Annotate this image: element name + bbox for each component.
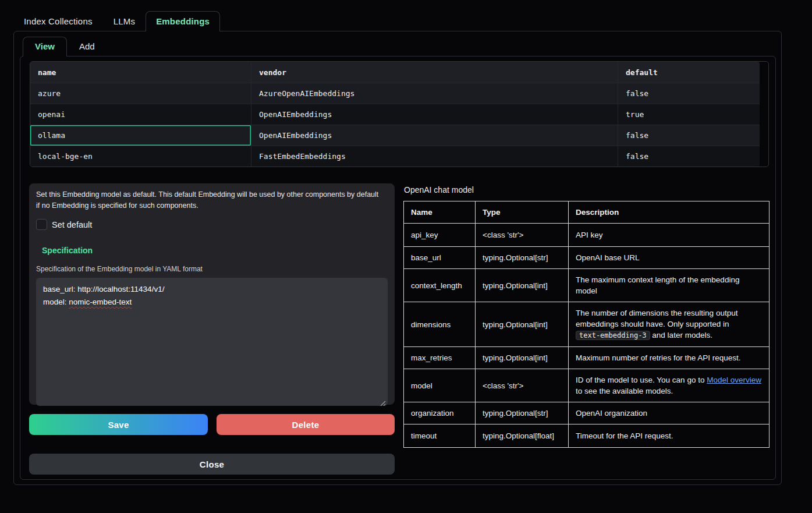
cell-vendor-local-bge-en[interactable]: FastEmbedEmbeddings: [251, 146, 618, 167]
specification-heading: Specification: [42, 246, 388, 255]
tab-llms[interactable]: LLMs: [103, 11, 146, 31]
docs-row-organization: organizationtyping.Optional[str]OpenAI o…: [404, 402, 770, 424]
cell-vendor-openai[interactable]: OpenAIEmbeddings: [251, 104, 618, 125]
app-root: Index Collections LLMs Embeddings View A…: [0, 0, 812, 513]
docs-cell-name: organization: [404, 402, 476, 424]
top-tab-bar: Index Collections LLMs Embeddings: [13, 11, 220, 31]
docs-cell-type: typing.Optional[int]: [476, 347, 569, 369]
docs-header-description: Description: [569, 201, 770, 224]
column-header-vendor: vendor: [251, 62, 618, 83]
table-row-ollama: ollamaOpenAIEmbeddingsfalse: [30, 125, 760, 146]
description-text: ID of the model to use. You can go to: [576, 376, 707, 384]
docs-cell-name: context_length: [404, 269, 476, 302]
docs-row-context_length: context_lengthtyping.Optional[int]The ma…: [404, 269, 770, 302]
embeddings-panel: View Add name vendor default azureAzureO…: [13, 31, 782, 485]
docs-cell-type: typing.Optional[int]: [476, 302, 569, 347]
edit-column: Set this Embedding model as default. Thi…: [29, 183, 395, 475]
yaml-line-2: model: nomic-embed-text: [43, 296, 381, 309]
embeddings-table: name vendor default azureAzureOpenAIEmbe…: [30, 61, 769, 167]
description-text: Maximum number of retries for the API re…: [576, 353, 741, 362]
default-form-panel: Set this Embedding model as default. Thi…: [29, 183, 395, 405]
column-header-default: default: [618, 62, 760, 83]
description-text: Timeout for the API request.: [576, 431, 673, 440]
docs-cell-description: OpenAI base URL: [569, 247, 770, 269]
docs-cell-type: typing.Optional[str]: [476, 247, 569, 269]
cell-default-openai[interactable]: true: [618, 104, 760, 125]
yaml-line-1: base_url: http://localhost:11434/v1/: [43, 283, 381, 296]
cell-default-local-bge-en[interactable]: false: [618, 146, 760, 167]
set-default-checkbox[interactable]: [36, 219, 47, 230]
cell-name-local-bge-en[interactable]: local-bge-en: [30, 146, 251, 167]
description-text: and later models.: [650, 331, 712, 339]
docs-header-row: Name Type Description: [404, 201, 770, 224]
docs-row-base_url: base_urltyping.Optional[str]OpenAI base …: [404, 247, 770, 269]
default-info-text: Set this Embedding model as default. Thi…: [36, 189, 383, 211]
docs-cell-description: API key: [569, 224, 770, 247]
docs-table: Name Type Description api_key<class 'str…: [403, 201, 770, 448]
description-text: OpenAI base URL: [576, 253, 640, 262]
docs-cell-description: The maximum context length of the embedd…: [569, 269, 770, 302]
docs-row-timeout: timeouttyping.Optional[float]Timeout for…: [404, 424, 770, 448]
docs-row-model: model<class 'str'>ID of the model to use…: [404, 369, 770, 402]
embeddings-table-body: azureAzureOpenAIEmbeddingsfalseopenaiOpe…: [30, 83, 760, 167]
inline-code: text-embedding-3: [576, 331, 650, 340]
resize-handle-icon[interactable]: [380, 398, 386, 404]
misspelled-word: nomic-embed-text: [69, 298, 132, 306]
docs-cell-description: Timeout for the API request.: [569, 424, 770, 448]
description-text: The maximum context length of the embedd…: [576, 275, 739, 295]
docs-cell-type: typing.Optional[int]: [476, 269, 569, 302]
cell-default-ollama[interactable]: false: [618, 125, 760, 146]
docs-cell-description: Maximum number of retries for the API re…: [569, 347, 770, 369]
embeddings-table-inner: name vendor default azureAzureOpenAIEmbe…: [30, 62, 760, 167]
sub-tab-bar: View Add: [23, 37, 107, 56]
description-text: OpenAI organization: [576, 409, 647, 418]
description-text: API key: [576, 231, 603, 239]
close-button[interactable]: Close: [29, 454, 395, 475]
docs-cell-name: api_key: [404, 224, 476, 247]
table-row-openai: openaiOpenAIEmbeddingstrue: [30, 104, 760, 125]
set-default-row: Set default: [36, 219, 388, 230]
docs-cell-type: <class 'str'>: [476, 224, 569, 247]
docs-cell-type: <class 'str'>: [476, 369, 569, 402]
save-button[interactable]: Save: [29, 414, 208, 435]
cell-name-ollama[interactable]: ollama: [30, 125, 251, 146]
set-default-label[interactable]: Set default: [52, 220, 92, 229]
docs-cell-name: model: [404, 369, 476, 402]
docs-header-type: Type: [476, 201, 569, 224]
docs-cell-type: typing.Optional[float]: [476, 424, 569, 448]
cell-name-openai[interactable]: openai: [30, 104, 251, 125]
description-text: to see the available models.: [576, 387, 673, 395]
cell-vendor-azure[interactable]: AzureOpenAIEmbeddings: [251, 83, 618, 104]
cell-name-azure[interactable]: azure: [30, 83, 251, 104]
docs-title: OpenAI chat model: [404, 185, 771, 194]
cell-default-azure[interactable]: false: [618, 83, 760, 104]
docs-column: OpenAI chat model Name Type Description …: [403, 182, 771, 448]
model-overview-link[interactable]: Model overview: [707, 376, 761, 384]
docs-row-dimensions: dimensionstyping.Optional[int]The number…: [404, 302, 770, 347]
specification-help-text: Specification of the Embedding model in …: [36, 265, 388, 273]
docs-cell-description: OpenAI organization: [569, 402, 770, 424]
description-text: The number of dimensions the resulting o…: [576, 309, 737, 328]
docs-cell-description: The number of dimensions the resulting o…: [569, 302, 770, 347]
docs-header-name: Name: [404, 201, 476, 224]
docs-table-body: api_key<class 'str'>API keybase_urltypin…: [404, 224, 770, 448]
delete-button[interactable]: Delete: [217, 414, 395, 435]
docs-cell-type: typing.Optional[str]: [476, 402, 569, 424]
table-row-local-bge-en: local-bge-enFastEmbedEmbeddingsfalse: [30, 146, 760, 167]
yaml-spec-textarea[interactable]: base_url: http://localhost:11434/v1/ mod…: [36, 278, 388, 406]
tab-embeddings[interactable]: Embeddings: [146, 11, 220, 31]
cell-vendor-ollama[interactable]: OpenAIEmbeddings: [251, 125, 618, 146]
docs-row-max_retries: max_retriestyping.Optional[int]Maximum n…: [404, 347, 770, 369]
tab-add[interactable]: Add: [67, 37, 107, 56]
docs-cell-name: base_url: [404, 247, 476, 269]
table-row-azure: azureAzureOpenAIEmbeddingsfalse: [30, 83, 760, 104]
docs-cell-name: timeout: [404, 424, 476, 448]
table-header-row: name vendor default: [30, 62, 760, 83]
column-header-name: name: [30, 62, 251, 83]
docs-cell-description: ID of the model to use. You can go to Mo…: [569, 369, 770, 402]
docs-cell-name: dimensions: [404, 302, 476, 347]
tab-view[interactable]: View: [23, 37, 67, 56]
docs-cell-name: max_retries: [404, 347, 476, 369]
view-panel: name vendor default azureAzureOpenAIEmbe…: [20, 56, 776, 480]
tab-index-collections[interactable]: Index Collections: [13, 11, 103, 31]
